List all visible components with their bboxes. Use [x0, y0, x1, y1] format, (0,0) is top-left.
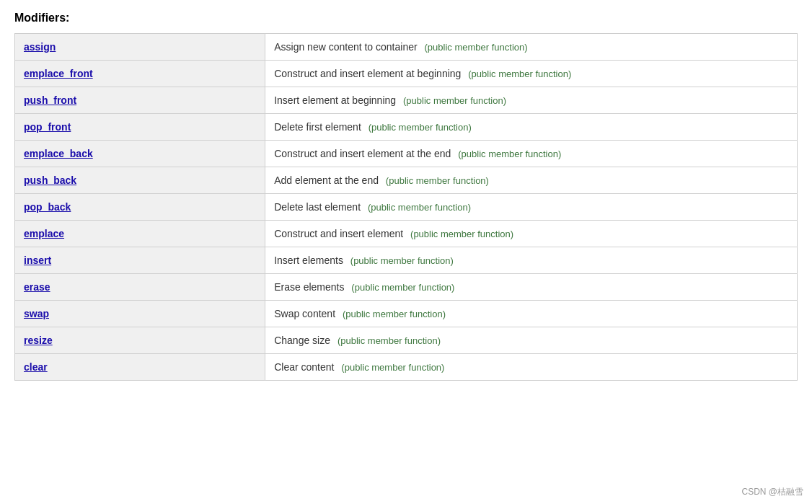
modifiers-table: assignAssign new content to container (p…	[14, 33, 798, 381]
func-link-assign[interactable]: assign	[24, 41, 56, 53]
page-title: Modifiers:	[14, 12, 798, 25]
table-row: swapSwap content (public member function…	[15, 301, 798, 327]
func-link-clear[interactable]: clear	[24, 361, 48, 373]
desc-text: Delete first element	[274, 121, 364, 133]
desc-text: Swap content	[274, 308, 338, 319]
desc-text: Change size	[274, 335, 333, 346]
table-row: insertInsert elements (public member fun…	[15, 247, 798, 274]
func-link-insert[interactable]: insert	[24, 255, 51, 266]
table-row: resizeChange size (public member functio…	[15, 327, 798, 354]
func-link-erase[interactable]: erase	[24, 281, 50, 293]
public-tag: (public member function)	[369, 122, 472, 133]
public-tag: (public member function)	[410, 229, 513, 239]
public-tag: (public member function)	[368, 202, 471, 213]
desc-text: Insert elements	[274, 255, 346, 266]
table-row: pop_backDelete last element (public memb…	[15, 194, 798, 221]
public-tag: (public member function)	[403, 95, 506, 106]
public-tag: (public member function)	[343, 309, 446, 319]
desc-text: Erase elements	[274, 281, 347, 293]
table-row: emplace_frontConstruct and insert elemen…	[15, 61, 798, 87]
public-tag: (public member function)	[351, 282, 454, 293]
func-link-emplace_back[interactable]: emplace_back	[24, 148, 93, 159]
func-link-push_back[interactable]: push_back	[24, 174, 76, 186]
desc-text: Clear content	[274, 361, 337, 373]
func-link-pop_back[interactable]: pop_back	[24, 201, 71, 213]
desc-text: Insert element at beginning	[274, 94, 399, 106]
desc-text: Delete last element	[274, 201, 363, 213]
public-tag: (public member function)	[458, 149, 561, 159]
table-row: eraseErase elements (public member funct…	[15, 274, 798, 301]
desc-text: Construct and insert element at the end	[274, 148, 454, 159]
table-row: push_backAdd element at the end (public …	[15, 167, 798, 194]
public-tag: (public member function)	[468, 68, 571, 79]
func-link-emplace_front[interactable]: emplace_front	[24, 68, 93, 79]
func-link-push_front[interactable]: push_front	[24, 94, 76, 106]
public-tag: (public member function)	[350, 255, 454, 266]
desc-text: Construct and insert element at beginnin…	[274, 68, 464, 79]
func-link-resize[interactable]: resize	[24, 335, 53, 346]
func-link-pop_front[interactable]: pop_front	[24, 121, 71, 133]
table-row: assignAssign new content to container (p…	[15, 34, 798, 61]
public-tag: (public member function)	[341, 362, 444, 373]
public-tag: (public member function)	[337, 335, 441, 346]
func-link-emplace[interactable]: emplace	[24, 228, 64, 239]
table-row: clearClear content (public member functi…	[15, 354, 798, 381]
table-row: push_frontInsert element at beginning (p…	[15, 87, 798, 114]
table-row: pop_frontDelete first element (public me…	[15, 114, 798, 141]
public-tag: (public member function)	[386, 175, 489, 186]
desc-text: Add element at the end	[274, 174, 381, 186]
table-row: emplace_backConstruct and insert element…	[15, 141, 798, 167]
desc-text: Assign new content to container	[274, 41, 420, 53]
public-tag: (public member function)	[425, 42, 528, 53]
table-row: emplaceConstruct and insert element (pub…	[15, 221, 798, 247]
desc-text: Construct and insert element	[274, 228, 406, 239]
func-link-swap[interactable]: swap	[24, 308, 49, 319]
